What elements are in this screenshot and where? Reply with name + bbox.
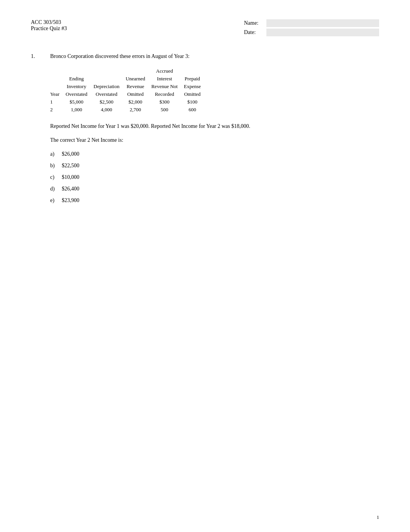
table-row: 1 $5,000 $2,500 $2,000 $300 $100 <box>50 98 204 106</box>
name-row: Name: <box>244 19 379 27</box>
th-inventory: Inventory <box>63 83 90 90</box>
answer-value-d: $26,400 <box>62 186 93 192</box>
error-table-container: Accrued Ending Unearned Interest Prepaid… <box>50 67 379 114</box>
answer-value-c: $10,000 <box>62 174 93 180</box>
th-ending <box>63 67 90 75</box>
table-header-row-2: Ending Unearned Interest Prepaid <box>50 75 204 83</box>
question-header: 1. Bronco Corporation discovered these e… <box>31 53 379 59</box>
reported-income: Reported Net Income for Year 1 was $20,0… <box>50 123 379 129</box>
answer-letter-b: b) <box>50 163 62 169</box>
cell-accrued-1: $300 <box>148 98 181 106</box>
th-prepaid: Prepaid <box>181 75 204 83</box>
course-title: ACC 303/503 <box>31 19 67 25</box>
cell-unearned-2: 2,700 <box>122 106 148 114</box>
cell-dep-1: $2,500 <box>90 98 122 106</box>
error-table: Accrued Ending Unearned Interest Prepaid… <box>50 67 204 114</box>
answer-letter-c: c) <box>50 174 62 180</box>
th-year-empty3 <box>50 83 63 90</box>
th-overstated2: Overstated <box>90 90 122 98</box>
th-omitted1: Omitted <box>122 90 148 98</box>
th-revenue-not: Revenue Not <box>148 83 181 90</box>
answer-row-a: a) $26,000 <box>50 151 379 157</box>
cell-prepaid-2: 600 <box>181 106 204 114</box>
header-left: ACC 303/503 Practice Quiz #3 <box>31 19 67 38</box>
th-accrued-line1: Accrued <box>148 67 181 75</box>
th-unearned <box>122 67 148 75</box>
answer-choices: a) $26,000 b) $22,500 c) $10,000 d) $26,… <box>50 151 379 204</box>
answer-row-c: c) $10,000 <box>50 174 379 180</box>
th-year-label: Year <box>50 90 63 98</box>
date-label: Date: <box>244 29 263 36</box>
th-year-empty2 <box>50 75 63 83</box>
th-overstated1: Overstated <box>63 90 90 98</box>
th-dep-label: Depreciation <box>90 83 122 90</box>
th-dep-empty <box>90 67 122 75</box>
answer-value-b: $22,500 <box>62 163 93 169</box>
page: ACC 303/503 Practice Quiz #3 Name: Date:… <box>0 0 410 532</box>
date-input-line[interactable] <box>266 29 379 36</box>
th-year-empty <box>50 67 63 75</box>
table-header-row-1: Accrued <box>50 67 204 75</box>
th-expense: Expense <box>181 83 204 90</box>
cell-accrued-2: 500 <box>148 106 181 114</box>
answer-row-b: b) $22,500 <box>50 163 379 169</box>
th-omitted2: Omitted <box>181 90 204 98</box>
answer-letter-e: e) <box>50 197 62 204</box>
th-depreciation <box>90 75 122 83</box>
cell-prepaid-1: $100 <box>181 98 204 106</box>
reported-income-text: Reported Net Income for Year 1 was $20,0… <box>50 123 250 129</box>
th-ending-inventory: Ending <box>63 75 90 83</box>
table-row: 2 1,000 4,000 2,700 500 600 <box>50 106 204 114</box>
answer-row-d: d) $26,400 <box>50 186 379 192</box>
answer-value-a: $26,000 <box>62 151 93 157</box>
th-interest: Interest <box>148 75 181 83</box>
date-row: Date: <box>244 29 379 36</box>
correct-income-text: The correct Year 2 Net Income is: <box>50 137 123 143</box>
answer-letter-d: d) <box>50 186 62 192</box>
th-prepaid-empty <box>181 67 204 75</box>
question-text: Bronco Corporation discovered these erro… <box>50 53 190 59</box>
question-number: 1. <box>31 53 50 59</box>
th-recorded: Recorded <box>148 90 181 98</box>
cell-unearned-1: $2,000 <box>122 98 148 106</box>
th-unearned-revenue: Unearned <box>122 75 148 83</box>
table-header-row-4: Year Overstated Overstated Omitted Recor… <box>50 90 204 98</box>
cell-inventory-1: $5,000 <box>63 98 90 106</box>
header: ACC 303/503 Practice Quiz #3 Name: Date: <box>31 19 379 38</box>
th-revenue: Revenue <box>122 83 148 90</box>
cell-year-2: 2 <box>50 106 63 114</box>
quiz-title: Practice Quiz #3 <box>31 25 67 32</box>
answer-letter-a: a) <box>50 151 62 157</box>
name-label: Name: <box>244 20 263 26</box>
cell-dep-2: 4,000 <box>90 106 122 114</box>
cell-year-1: 1 <box>50 98 63 106</box>
header-right: Name: Date: <box>244 19 379 38</box>
answer-value-e: $23,900 <box>62 197 93 204</box>
correct-income: The correct Year 2 Net Income is: <box>50 137 379 143</box>
answer-row-e: e) $23,900 <box>50 197 379 204</box>
cell-inventory-2: 1,000 <box>63 106 90 114</box>
page-number: 1 <box>377 514 380 520</box>
question-section: 1. Bronco Corporation discovered these e… <box>31 53 379 204</box>
name-input-line[interactable] <box>266 19 379 27</box>
table-header-row-3: Inventory Depreciation Revenue Revenue N… <box>50 83 204 90</box>
